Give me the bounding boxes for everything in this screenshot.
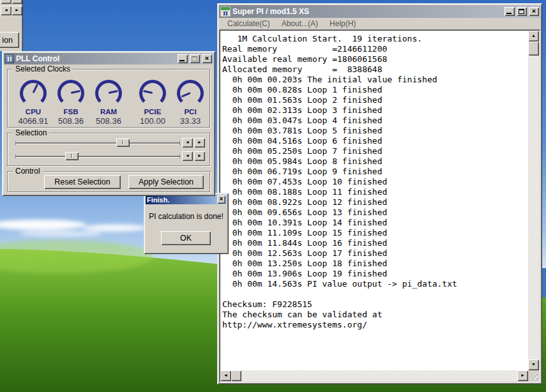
superpi-app-icon: π bbox=[220, 6, 231, 17]
dial-label: PCI bbox=[172, 108, 209, 116]
ok-button[interactable]: OK bbox=[161, 231, 211, 245]
down-arrow-icon: ▼ bbox=[531, 362, 536, 366]
pcie-gauge-icon bbox=[139, 80, 166, 107]
pci-gauge-icon bbox=[177, 80, 204, 107]
minimize-icon bbox=[506, 13, 512, 14]
selection-label: Selection bbox=[13, 128, 49, 137]
maximize-button[interactable] bbox=[517, 7, 527, 16]
gauge-needle bbox=[33, 84, 38, 93]
scroll-down-button[interactable]: ▼ bbox=[528, 359, 539, 370]
close-icon: × bbox=[529, 7, 539, 16]
right-arrow-icon: ► bbox=[15, 8, 19, 12]
slider-1[interactable] bbox=[15, 139, 180, 147]
left-arrow-icon: ◄ bbox=[4, 8, 8, 12]
dial-fsb: FSB 508.36 bbox=[52, 76, 89, 126]
pll-titlebar[interactable]: PLL Control × bbox=[4, 53, 213, 64]
dial-value: 508.36 bbox=[90, 116, 127, 126]
slider-track[interactable] bbox=[15, 142, 180, 144]
scroll-up-button[interactable]: ▲ bbox=[528, 31, 539, 41]
apply-selection-button[interactable]: Apply Selection bbox=[128, 175, 204, 189]
fsb-gauge-icon bbox=[57, 80, 84, 107]
superpi-client-area: 1M Calculation Start. 19 iterations. Rea… bbox=[219, 29, 540, 382]
resize-grip[interactable] bbox=[528, 370, 539, 381]
pll-window-title: PLL Control bbox=[16, 53, 176, 64]
dial-value: 508.36 bbox=[52, 116, 89, 126]
selected-clocks-label: Selected Clocks bbox=[13, 64, 73, 73]
gauge-needle bbox=[181, 92, 191, 98]
horizontal-scrollbar[interactable]: ◄ ► bbox=[220, 370, 528, 381]
menu-about[interactable]: About...(A) bbox=[276, 18, 324, 29]
dialog-close-button[interactable]: × bbox=[217, 195, 225, 204]
superpi-window-title: Super PI / mod1.5 XS bbox=[232, 6, 503, 17]
right-arrow-icon: ► bbox=[197, 153, 202, 158]
finish-dialog-titlebar[interactable]: Finish. × bbox=[146, 195, 227, 204]
dial-ram: RAM 508.36 bbox=[90, 76, 127, 126]
slider-2-step-right-button[interactable]: ► bbox=[194, 151, 205, 161]
dial-label: FSB bbox=[52, 108, 89, 116]
gauge-needle bbox=[109, 90, 118, 94]
slider-2-step-left-button[interactable]: ◄ bbox=[182, 151, 193, 161]
slider-step-right-button[interactable]: ► bbox=[11, 6, 22, 15]
slider-track[interactable] bbox=[15, 156, 180, 157]
dial-value: 4066.91 bbox=[15, 116, 52, 126]
menu-help[interactable]: Help(H) bbox=[324, 18, 361, 29]
superpi-titlebar[interactable]: π Super PI / mod1.5 XS × bbox=[219, 5, 540, 18]
close-button[interactable]: × bbox=[202, 54, 212, 63]
ram-gauge-icon bbox=[95, 80, 122, 107]
left-arrow-icon: ◄ bbox=[4, 0, 8, 1]
slider-2-thumb[interactable] bbox=[65, 152, 79, 160]
reset-selection-button[interactable]: Reset Selection bbox=[44, 175, 121, 189]
close-icon: × bbox=[217, 195, 225, 204]
finish-dialog-title: Finish. bbox=[147, 195, 215, 204]
dial-label: RAM bbox=[90, 108, 127, 116]
cpu-gauge-icon bbox=[20, 80, 47, 107]
gauge-needle bbox=[143, 90, 153, 94]
left-arrow-icon: ◄ bbox=[185, 153, 190, 158]
control-group: Control Reset Selection Apply Selection bbox=[7, 171, 210, 192]
slider-step-left-button[interactable]: ◄ bbox=[1, 0, 11, 4]
apply-selection-label: Apply Selection bbox=[139, 177, 193, 186]
maximize-icon bbox=[192, 56, 197, 61]
dial-cpu: CPU 4066.91 bbox=[15, 76, 52, 126]
horizontal-scrollbar-thumb[interactable] bbox=[231, 370, 241, 381]
ok-button-label: OK bbox=[180, 234, 192, 243]
maximize-button[interactable] bbox=[190, 54, 200, 63]
reset-selection-label: Reset Selection bbox=[54, 177, 110, 186]
scroll-left-button[interactable]: ◄ bbox=[220, 370, 231, 381]
finish-dialog: Finish. × PI calculation is done! OK bbox=[144, 193, 229, 254]
slider-step-left-button[interactable]: ◄ bbox=[1, 6, 11, 15]
partial-button[interactable]: ion bbox=[0, 32, 19, 48]
menu-calculate[interactable]: Calculate(C) bbox=[222, 18, 276, 29]
slider-1-step-left-button[interactable]: ◄ bbox=[182, 138, 193, 147]
dial-label: CPU bbox=[15, 108, 52, 116]
vertical-scrollbar-thumb[interactable] bbox=[528, 41, 539, 56]
superpi-window: π Super PI / mod1.5 XS × Calculate(C) Ab… bbox=[217, 3, 542, 384]
slider-step-right-button[interactable]: ► bbox=[11, 0, 22, 4]
superpi-menubar: Calculate(C) About...(A) Help(H) bbox=[219, 18, 540, 29]
vertical-scrollbar[interactable]: ▲ ▼ bbox=[528, 31, 539, 370]
minimize-button[interactable] bbox=[504, 7, 515, 16]
right-arrow-icon: ► bbox=[520, 373, 525, 377]
dial-pcie: PCIE 100.00 bbox=[134, 76, 171, 126]
gauge-needle bbox=[71, 90, 80, 94]
finish-dialog-message: PI calculation is done! bbox=[144, 212, 229, 221]
slider-1-thumb[interactable] bbox=[116, 139, 130, 147]
maximize-icon bbox=[519, 9, 524, 14]
scroll-right-button[interactable]: ► bbox=[517, 370, 528, 381]
slider-2[interactable] bbox=[15, 152, 180, 160]
desktop: ◄ ► ◄ ► ion π Super PI / mod1.5 XS × Cal… bbox=[0, 0, 546, 392]
selected-clocks-group: Selected Clocks CPU 4066.91 FSB 508.36 bbox=[7, 69, 210, 128]
selection-group: Selection ◄ ► ◄ ► bbox=[7, 133, 210, 166]
minimize-icon bbox=[179, 60, 185, 61]
up-arrow-icon: ▲ bbox=[531, 33, 536, 38]
pll-control-window: PLL Control × Selected Clocks CPU 4066.9… bbox=[2, 51, 215, 196]
minimize-button[interactable] bbox=[178, 54, 188, 63]
partial-button-label: ion bbox=[2, 36, 13, 45]
right-arrow-icon: ► bbox=[15, 0, 19, 1]
slider-1-step-right-button[interactable]: ► bbox=[194, 138, 205, 147]
control-label: Control bbox=[13, 167, 43, 176]
background-window-fragment: ◄ ► ◄ ► ion bbox=[0, 0, 23, 51]
left-arrow-icon: ◄ bbox=[224, 373, 228, 377]
close-button[interactable]: × bbox=[529, 7, 539, 16]
dial-pci: PCI 33.33 bbox=[172, 76, 209, 126]
